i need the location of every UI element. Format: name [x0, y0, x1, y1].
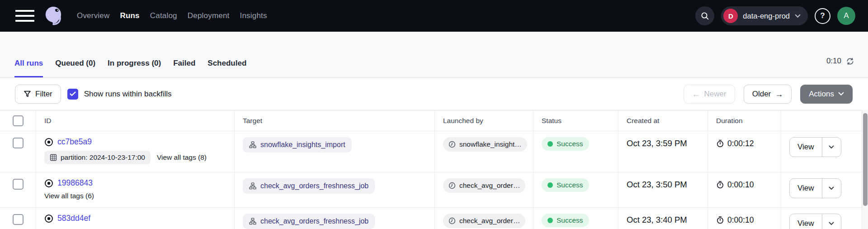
launched-by-pill[interactable]: check_avg_order…	[443, 214, 525, 228]
created-at-cell: Oct 23, 3:50 PM	[618, 172, 708, 207]
backfills-label[interactable]: Show runs within backfills	[84, 90, 172, 99]
run-status-target-icon	[44, 138, 53, 147]
row-actions-cell: View	[781, 208, 862, 229]
actions-dropdown-button[interactable]: Actions	[800, 85, 853, 104]
nav-item-insights[interactable]: Insights	[240, 11, 267, 20]
nav-item-catalog[interactable]: Catalog	[150, 11, 177, 20]
primary-nav: Overview Runs Catalog Deployment Insight…	[77, 11, 267, 20]
table-scrollbar[interactable]	[862, 110, 868, 229]
run-status-target-icon	[44, 214, 53, 223]
view-button[interactable]: View	[790, 214, 822, 229]
status-cell: Success	[533, 172, 618, 207]
user-avatar[interactable]: A	[837, 7, 855, 25]
chevron-down-icon	[829, 222, 834, 225]
header-status: Status	[533, 110, 618, 131]
view-button[interactable]: View	[790, 179, 822, 198]
search-button[interactable]	[695, 6, 714, 25]
select-all-checkbox[interactable]	[13, 115, 24, 126]
launched-by-cell: check_avg_order…	[435, 172, 533, 207]
nav-item-deployment[interactable]: Deployment	[188, 11, 230, 20]
launched-by-cell: check_avg_order…	[435, 208, 533, 229]
filter-button[interactable]: Filter	[15, 85, 61, 104]
newer-button[interactable]: ← Newer	[684, 85, 735, 104]
created-at-cell: Oct 23, 3:59 PM	[618, 131, 708, 172]
clock-icon	[448, 182, 456, 189]
row-actions-cell: View	[781, 131, 862, 172]
view-dropdown-button[interactable]	[822, 214, 841, 229]
tab-all-runs[interactable]: All runs	[14, 59, 43, 77]
chevron-down-icon	[838, 92, 844, 96]
sitemap-icon	[249, 218, 256, 225]
check-icon	[70, 91, 76, 96]
clock-icon	[448, 141, 456, 148]
row-checkbox[interactable]	[13, 138, 24, 148]
nav-item-overview[interactable]: Overview	[77, 11, 109, 20]
target-cell: check_avg_orders_freshness_job	[235, 208, 435, 229]
view-all-tags-link[interactable]: View all tags (6)	[44, 192, 94, 200]
refresh-icon[interactable]	[846, 57, 854, 66]
refresh-countdown: 0:10	[826, 57, 841, 66]
status-badge: Success	[542, 214, 589, 227]
duration-cell: 0:00:12	[708, 131, 781, 172]
job-target-pill[interactable]: snowflake_insights_import	[243, 137, 352, 153]
partition-tag[interactable]: partition: 2024-10-23-17:00	[44, 151, 151, 164]
hamburger-menu-icon[interactable]	[15, 10, 34, 22]
table-header-row: ID Target Launched by Status Created at …	[0, 110, 862, 131]
navbar-right-cluster: D data-eng-prod ? A	[695, 6, 855, 25]
runs-toolbar: Filter Show runs within backfills ← Newe…	[0, 78, 868, 110]
job-target-label: check_avg_orders_freshness_job	[260, 217, 368, 225]
stopwatch-icon	[716, 216, 724, 224]
tab-queued[interactable]: Queued (0)	[55, 59, 95, 77]
target-cell: snowflake_insights_import	[235, 131, 435, 172]
sitemap-icon	[249, 182, 256, 190]
row-actions-cell: View	[781, 172, 862, 207]
status-label: Success	[557, 140, 583, 148]
status-cell: Success	[533, 131, 618, 172]
top-navbar: Overview Runs Catalog Deployment Insight…	[0, 0, 868, 32]
job-target-pill[interactable]: check_avg_orders_freshness_job	[243, 214, 375, 229]
tab-in-progress[interactable]: In progress (0)	[108, 59, 161, 77]
duration-value: 0:00:10	[727, 180, 754, 190]
table-row: 583dd4ef check_avg_orders_freshness_job …	[0, 208, 862, 229]
duration-value: 0:00:12	[727, 139, 754, 148]
job-target-label: check_avg_orders_freshness_job	[260, 182, 368, 190]
run-id-cell: 19986843 View all tags (6)	[36, 172, 235, 207]
view-dropdown-button[interactable]	[822, 179, 841, 198]
backfills-checkbox[interactable]	[67, 89, 78, 100]
success-dot-icon	[547, 182, 553, 188]
table-row: 19986843 View all tags (6) check_avg_ord…	[0, 172, 862, 208]
scrollbar-thumb[interactable]	[863, 113, 868, 206]
run-id-link[interactable]: 583dd4ef	[57, 214, 90, 223]
status-label: Success	[557, 216, 583, 224]
status-badge: Success	[542, 137, 589, 151]
tab-failed[interactable]: Failed	[173, 59, 195, 77]
run-status-target-icon	[44, 179, 53, 188]
run-id-cell: 583dd4ef	[36, 208, 235, 229]
job-target-pill[interactable]: check_avg_orders_freshness_job	[243, 178, 375, 194]
created-at-cell: Oct 23, 3:40 PM	[618, 208, 708, 229]
chevron-down-icon	[829, 186, 834, 190]
table-row: cc7be5a9 partition: 2024-10-23-17:00 Vie…	[0, 131, 862, 172]
deployment-switcher[interactable]: D data-eng-prod	[721, 6, 808, 25]
tab-scheduled[interactable]: Scheduled	[208, 59, 246, 77]
view-button[interactable]: View	[790, 138, 822, 157]
nav-item-runs[interactable]: Runs	[120, 11, 139, 20]
dagster-octopus-logo	[42, 4, 65, 28]
view-dropdown-button[interactable]	[822, 138, 841, 157]
run-id-link[interactable]: 19986843	[57, 178, 93, 188]
older-button[interactable]: Older →	[744, 85, 792, 104]
launched-by-label: check_avg_order…	[459, 181, 520, 190]
job-target-label: snowflake_insights_import	[260, 141, 345, 149]
launched-by-pill[interactable]: snowflake_insight…	[443, 137, 527, 152]
runs-table: ID Target Launched by Status Created at …	[0, 110, 868, 229]
view-all-tags-link[interactable]: View all tags (8)	[157, 153, 207, 162]
row-checkbox[interactable]	[13, 179, 24, 190]
older-button-label: Older	[752, 90, 771, 99]
launched-by-pill[interactable]: check_avg_order…	[443, 178, 525, 193]
run-id-link[interactable]: cc7be5a9	[57, 137, 92, 147]
header-id: ID	[36, 110, 235, 131]
header-created-at: Created at	[618, 110, 708, 131]
row-checkbox[interactable]	[13, 214, 24, 225]
help-icon[interactable]: ?	[815, 8, 830, 24]
header-duration: Duration	[708, 110, 781, 131]
